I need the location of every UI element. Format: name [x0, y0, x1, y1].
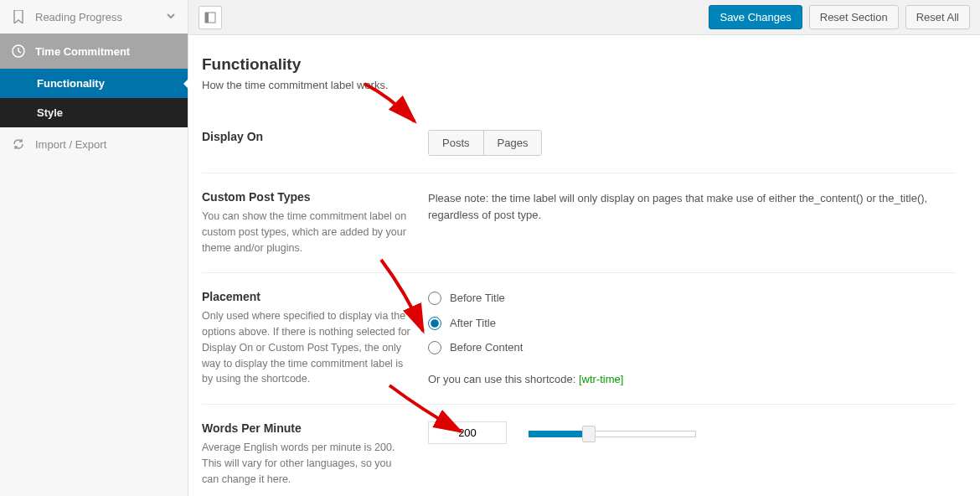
- refresh-icon: [12, 137, 25, 151]
- slider-thumb[interactable]: [582, 426, 596, 442]
- display-on-pages[interactable]: Pages: [483, 131, 542, 155]
- cpt-note: Please note: the time label will only di…: [428, 192, 927, 221]
- svg-rect-2: [205, 13, 209, 23]
- save-button[interactable]: Save Changes: [709, 5, 802, 29]
- section-desc: How the time commitment label works.: [202, 79, 957, 91]
- cpt-help: You can show the time commitment label o…: [202, 209, 411, 256]
- display-on-label: Display On: [202, 130, 411, 143]
- placement-after-title-label: After Title: [450, 315, 496, 332]
- bookmark-icon: [12, 10, 25, 23]
- chevron-down-icon: [166, 11, 176, 23]
- sidebar-sub-functionality[interactable]: Functionality: [0, 69, 188, 98]
- sidebar-item-reading-progress[interactable]: Reading Progress: [0, 0, 188, 34]
- sidebar-sub-label: Functionality: [37, 77, 105, 90]
- placement-shortcode: [wtr-time]: [579, 373, 623, 385]
- sidebar-item-label: Reading Progress: [35, 11, 122, 23]
- placement-before-content-radio[interactable]: [428, 341, 441, 354]
- placement-before-content-label: Before Content: [450, 339, 523, 356]
- reset-all-button[interactable]: Reset All: [905, 5, 970, 29]
- sidebar-sub-style[interactable]: Style: [0, 98, 188, 127]
- wpm-input[interactable]: [428, 421, 507, 444]
- cpt-label: Custom Post Types: [202, 190, 411, 204]
- placement-before-title-radio[interactable]: [428, 292, 441, 305]
- placement-help: Only used where specified to display via…: [202, 308, 411, 387]
- placement-before-title-label: Before Title: [450, 290, 505, 307]
- wpm-label: Words Per Minute: [202, 421, 411, 435]
- reset-section-button[interactable]: Reset Section: [809, 5, 899, 29]
- clock-icon: [12, 44, 25, 58]
- sidebar-item-time-commitment[interactable]: Time Commitment: [0, 34, 188, 69]
- display-on-posts[interactable]: Posts: [429, 131, 483, 155]
- placement-after-title-radio[interactable]: [428, 317, 441, 330]
- section-title: Functionality: [202, 55, 957, 74]
- placement-shortcode-text: Or you can use this shortcode:: [428, 373, 579, 385]
- sidebar-item-label: Import / Export: [35, 138, 106, 151]
- sidebar-sub-label: Style: [37, 106, 63, 119]
- collapse-icon[interactable]: [199, 6, 222, 29]
- placement-label: Placement: [202, 290, 411, 303]
- slider-fill: [529, 431, 587, 437]
- wpm-help: Average English words per minute is 200.…: [202, 440, 411, 487]
- wpm-slider[interactable]: [529, 429, 696, 439]
- sidebar-item-import-export[interactable]: Import / Export: [0, 127, 188, 161]
- sidebar-item-label: Time Commitment: [35, 45, 130, 58]
